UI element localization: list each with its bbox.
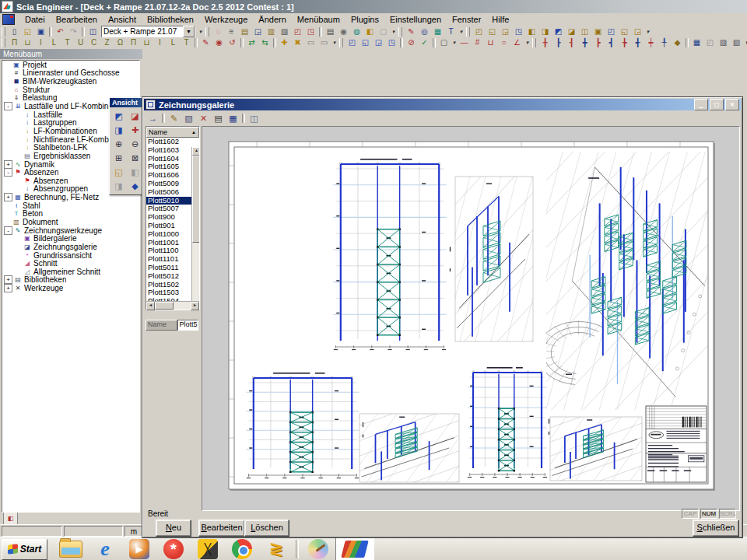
menu-datei[interactable]: Datei [19, 14, 51, 25]
tree-item-dokument[interactable]: ▥Dokument [2, 218, 139, 226]
window-blue-1-icon[interactable]: ◰ [345, 37, 359, 49]
rotate-red-icon[interactable]: ↺ [226, 37, 239, 49]
image-gallery-icon[interactable]: ▤ [238, 26, 251, 37]
profile-c-icon[interactable]: C [87, 37, 100, 49]
form-icon-4[interactable]: ◳ [512, 26, 525, 37]
bearbeiten-button[interactable]: Bearbeiten [198, 520, 245, 537]
plot-list-vscrollbar[interactable]: ▲ ▼ [191, 147, 199, 303]
hscroll-thumb[interactable] [155, 302, 174, 310]
open-file-icon[interactable]: ◱ [21, 26, 34, 37]
clip-plane-icon[interactable]: ◨ [110, 179, 127, 193]
minimize-button[interactable]: _ [694, 99, 708, 110]
plot-name-field[interactable]: Plott5... [177, 320, 198, 331]
check-icon[interactable]: ✓ [418, 37, 431, 49]
view-x-icon[interactable]: ◩ [110, 109, 127, 123]
expand-icon[interactable]: + [4, 193, 12, 201]
zoom-doc-icon[interactable]: ◎ [418, 26, 431, 37]
forbid-icon[interactable]: ⊘ [405, 37, 418, 49]
line-icon[interactable]: — [458, 37, 471, 49]
beam-icon-3[interactable]: ┨ [565, 37, 578, 49]
menu-ansicht[interactable]: Ansicht [103, 14, 142, 25]
swap-green-icon[interactable]: ⇄ [245, 37, 258, 49]
tree-item-beton[interactable]: TBeton [2, 210, 139, 219]
frame-red-icon[interactable]: ◰ [291, 26, 304, 37]
plot-list-hscrollbar[interactable]: ◄ ► [146, 301, 199, 310]
sort-ascending-icon[interactable]: ▲ [191, 130, 196, 135]
toolbar-grip[interactable] [466, 27, 470, 37]
mdi-document-icon[interactable] [2, 14, 15, 25]
toolbar-overflow-button[interactable]: ▾ [458, 26, 465, 37]
plot-list-item[interactable]: Plott5012 [146, 272, 192, 281]
media-icon[interactable]: ◍ [350, 26, 363, 37]
gallery-titlebar[interactable]: Zeichnungsgalerie _ □ × [144, 99, 741, 110]
save-icon[interactable]: ▣ [34, 26, 47, 37]
view-y-icon[interactable]: ◪ [127, 109, 143, 123]
profile-i2-icon[interactable]: I [153, 37, 167, 49]
form-icon-10[interactable]: ▣ [591, 26, 605, 37]
taskbar-ie-icon[interactable]: e [88, 538, 122, 560]
collapse-icon[interactable]: - [4, 102, 12, 110]
profile-pi-icon[interactable]: Π [8, 37, 21, 49]
menu-werkzeuge[interactable]: Werkzeuge [199, 14, 253, 25]
toolbar-grip[interactable] [398, 27, 402, 37]
form-icon-8[interactable]: ◪ [565, 26, 578, 37]
toolbar-overflow-button[interactable]: ▾ [524, 38, 531, 48]
plot-list-item[interactable]: Plott1000 [146, 230, 192, 239]
toolbar-grip[interactable] [2, 27, 5, 37]
print-plot-icon[interactable]: ▤ [211, 111, 226, 124]
menu-einstellungen[interactable]: Einstellungen [384, 14, 447, 25]
profile-u2-icon[interactable]: U [74, 37, 87, 49]
angle-icon[interactable]: ∠ [510, 37, 524, 49]
expand-icon[interactable]: + [4, 275, 12, 284]
menu-menbaum[interactable]: Menübaum [292, 14, 345, 25]
mark-red-icon[interactable]: ✎ [199, 37, 212, 49]
collapse-icon[interactable]: - [4, 168, 12, 177]
zoom-out-icon[interactable]: ⊖ [127, 137, 143, 151]
beam-icon-9[interactable]: ┿ [644, 37, 658, 49]
redo-icon[interactable]: ↷ [67, 26, 80, 37]
hatch-icon[interactable]: ▨ [278, 26, 291, 37]
delete-plot-icon[interactable]: ✕ [196, 111, 211, 124]
plot-list-item[interactable]: Plott1603 [146, 146, 192, 155]
toolbar-overflow-button[interactable]: ▾ [390, 26, 397, 37]
tree-item-allgemeiner-schnitt[interactable]: ◿Allgemeiner Schnitt [2, 268, 139, 276]
box-gray-icon[interactable]: ▭ [304, 37, 317, 49]
drawing-canvas[interactable] [202, 126, 740, 511]
start-button[interactable]: Start [2, 539, 47, 560]
swap2-green-icon[interactable]: ⇆ [258, 37, 272, 49]
tree-item-werkzeuge[interactable]: +✕Werkzeuge [2, 284, 139, 292]
copy-plot-icon[interactable]: ▧ [181, 111, 196, 124]
tree-item-linienraster-und-geschosse[interactable]: #Linienraster und Geschosse [2, 69, 139, 78]
clipboard-icon[interactable]: ▥ [265, 26, 278, 37]
zoom-in-icon[interactable]: ⊕ [110, 137, 127, 151]
cube-icon[interactable]: ◧ [363, 26, 377, 37]
scroll-right-icon[interactable]: ► [191, 302, 199, 310]
disk2-icon[interactable]: ▦ [690, 37, 703, 49]
tree-item-zeichnungsgalerie[interactable]: ◪Zeichnungsgalerie [2, 243, 139, 251]
hatch3-icon[interactable]: ▧ [730, 37, 743, 49]
layers-icon[interactable]: ≡ [225, 26, 238, 37]
zoom-prev-icon[interactable]: ◱ [110, 165, 127, 179]
print-icon[interactable]: ▤ [324, 26, 337, 37]
document-icon[interactable]: ▢ [377, 26, 390, 37]
form-icon-13[interactable]: ◲ [631, 26, 644, 37]
scroll-left-icon[interactable]: ◄ [146, 302, 155, 310]
window-blue-4-icon[interactable]: ◳ [385, 37, 398, 49]
close-yellow-icon[interactable]: ✖ [291, 37, 304, 49]
menu-ndern[interactable]: Ändern [253, 14, 291, 25]
diamond-icon[interactable]: ◆ [671, 37, 684, 49]
transfer-icon[interactable]: ◲ [251, 26, 265, 37]
taskbar-tools-icon[interactable]: ╳ [191, 538, 225, 560]
raster-icon[interactable]: # [471, 37, 484, 49]
edit-plot-icon[interactable]: ✎ [167, 111, 181, 124]
clip-box-icon[interactable]: ◧ [127, 165, 143, 179]
form-icon-1[interactable]: ◰ [472, 26, 486, 37]
export-plot-icon[interactable]: ▦ [226, 111, 240, 124]
combobox-dropdown-icon[interactable]: ▼ [183, 26, 195, 37]
toolbar-overflow-button[interactable]: ▾ [451, 38, 458, 48]
redline-icon[interactable]: ✎ [405, 26, 418, 37]
insert-node-icon[interactable]: → [146, 111, 160, 124]
window-blue-3-icon[interactable]: ◲ [372, 37, 385, 49]
add-yellow-icon[interactable]: ✚ [278, 37, 291, 49]
sidebar-bottom-tab[interactable]: ◧ [3, 513, 18, 525]
